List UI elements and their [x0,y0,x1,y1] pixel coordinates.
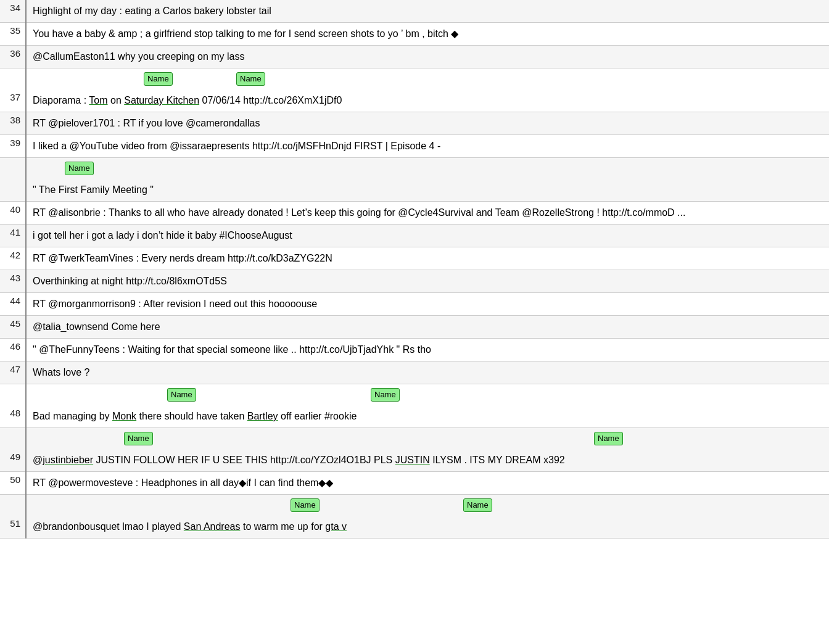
tweet-row: 35You have a baby & amp ; a girlfriend s… [0,23,829,46]
tweet-content: RT @morganmorrison9 : After revision I n… [26,293,829,316]
tweet-table: 34Highlight of my day : eating a Carlos … [0,0,829,539]
tweet-content: I liked a @YouTube video from @issaraepr… [26,135,829,158]
tweet-content: Bad managing by Monk there should have t… [26,405,829,428]
annotation-row: NameName [0,68,829,90]
tweet-content: Whats love ? [26,361,829,384]
line-number [0,68,26,90]
tweet-row: 38RT @pielover1701 : RT if you love @cam… [0,112,829,135]
annotation-row: NameName [0,495,829,516]
named-entity: justinbieber [43,455,93,465]
tweet-content: " The First Family Meeting " [26,179,829,202]
name-tag: Name [65,162,94,175]
annotation-cell: NameName [26,68,829,90]
named-entity: Saturday Kitchen [124,95,199,105]
annotation-row: NameName [0,428,829,450]
line-number [0,384,26,406]
name-tag: Name [371,388,400,402]
annotation-row: NameName [0,384,829,406]
line-number: 49 [0,449,26,472]
name-tag: Name [594,432,623,445]
annotation-cell: Name [26,158,829,180]
tweet-row: 42RT @TwerkTeamVines : Every nerds dream… [0,247,829,270]
named-entity: Bartley [247,411,278,421]
annotation-cell: NameName [26,384,829,406]
annotation-cell: NameName [26,495,829,516]
name-tag: Name [167,388,196,402]
line-number: 47 [0,361,26,384]
tweet-content: @brandonbousquet lmao I played San Andre… [26,516,829,539]
tweet-row: 34Highlight of my day : eating a Carlos … [0,0,829,23]
line-number: 38 [0,112,26,135]
line-number: 36 [0,46,26,68]
tweet-content: Overthinking at night http://t.co/8l6xmO… [26,270,829,293]
tweet-row: 36@CallumEaston11 why you creeping on my… [0,46,829,68]
tweet-row: 44RT @morganmorrison9 : After revision I… [0,293,829,316]
tweet-content: @CallumEaston11 why you creeping on my l… [26,46,829,68]
name-tag: Name [124,432,153,445]
tweet-row: 47Whats love ? [0,361,829,384]
line-number: 42 [0,247,26,270]
named-entity: JUSTIN [395,455,430,465]
name-tag: Name [463,498,492,512]
name-tag: Name [291,498,320,512]
line-number: 50 [0,472,26,495]
line-number [0,428,26,450]
name-tag: Name [144,72,173,86]
line-number: 48 [0,405,26,428]
tweet-content: RT @pielover1701 : RT if you love @camer… [26,112,829,135]
line-number [0,495,26,516]
named-entity: Monk [112,411,136,421]
tweet-row: 37Diaporama : Tom on Saturday Kitchen 07… [0,89,829,112]
name-tag: Name [236,72,265,86]
line-number: 45 [0,316,26,339]
tweet-row: 43Overthinking at night http://t.co/8l6x… [0,270,829,293]
tweet-row: 40RT @alisonbrie : Thanks to all who hav… [0,202,829,225]
tweet-content: Diaporama : Tom on Saturday Kitchen 07/0… [26,89,829,112]
line-number: 37 [0,89,26,112]
tweet-content: RT @alisonbrie : Thanks to all who have … [26,202,829,225]
tweet-row: 45@talia_townsend Come here [0,316,829,339]
tweet-content: Highlight of my day : eating a Carlos ba… [26,0,829,23]
tweet-row: 41i got tell her i got a lady i don’t hi… [0,225,829,247]
tweet-row: 50RT @powermovesteve : Headphones in all… [0,472,829,495]
tweet-row: 46" @TheFunnyTeens : Waiting for that sp… [0,339,829,361]
tweet-row: 51@brandonbousquet lmao I played San And… [0,516,829,539]
tweet-content: RT @powermovesteve : Headphones in all d… [26,472,829,495]
tweet-row: " The First Family Meeting " [0,179,829,202]
line-number: 39 [0,135,26,158]
line-number: 46 [0,339,26,361]
annotation-row: Name [0,158,829,180]
tweet-content: You have a baby & amp ; a girlfriend sto… [26,23,829,46]
line-number: 51 [0,516,26,539]
line-number: 34 [0,0,26,23]
line-number [0,158,26,180]
line-number: 41 [0,225,26,247]
tweet-content: i got tell her i got a lady i don’t hide… [26,225,829,247]
line-number: 43 [0,270,26,293]
named-entity: gta v [325,521,347,532]
line-number [0,179,26,202]
annotation-cell: NameName [26,428,829,450]
tweet-row: 49@justinbieber JUSTIN FOLLOW HER IF U S… [0,449,829,472]
line-number: 44 [0,293,26,316]
line-number: 40 [0,202,26,225]
tweet-row: 48Bad managing by Monk there should have… [0,405,829,428]
tweet-content: @talia_townsend Come here [26,316,829,339]
line-number: 35 [0,23,26,46]
tweet-row: 39I liked a @YouTube video from @issarae… [0,135,829,158]
named-entity: San Andreas [184,521,241,532]
tweet-content: RT @TwerkTeamVines : Every nerds dream h… [26,247,829,270]
tweet-content: " @TheFunnyTeens : Waiting for that spec… [26,339,829,361]
named-entity: Tom [89,95,107,105]
tweet-content: @justinbieber JUSTIN FOLLOW HER IF U SEE… [26,449,829,472]
